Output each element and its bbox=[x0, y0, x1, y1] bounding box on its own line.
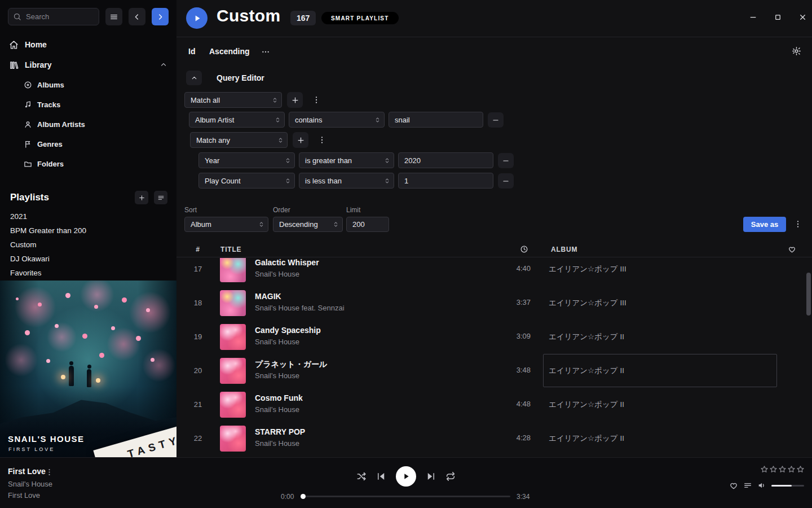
volume-slider[interactable] bbox=[771, 485, 804, 487]
transport-controls bbox=[356, 466, 456, 487]
star-icon[interactable] bbox=[787, 465, 796, 474]
track-title: Cosmo Funk bbox=[255, 393, 303, 402]
track-title: STARRY POP bbox=[255, 427, 305, 436]
sidebar-item-albums[interactable]: Albums bbox=[0, 75, 176, 95]
album-art-thumbnail bbox=[220, 392, 246, 418]
rule-field-select[interactable]: Play Count bbox=[198, 173, 295, 189]
limit-label: Limit bbox=[346, 206, 360, 214]
track-number: 20 bbox=[184, 366, 211, 375]
limit-input[interactable] bbox=[346, 217, 389, 232]
forward-button[interactable] bbox=[152, 8, 169, 25]
rule-field-select[interactable]: Year bbox=[198, 152, 295, 168]
music-note-icon bbox=[24, 100, 32, 109]
table-row[interactable]: 19 Candy Spaceship Snail's House 3:09 エイ… bbox=[176, 320, 812, 354]
heart-icon[interactable] bbox=[729, 481, 738, 490]
add-playlist-button[interactable] bbox=[135, 191, 148, 204]
progress-knob[interactable] bbox=[301, 494, 306, 499]
album-art-thumbnail bbox=[220, 290, 246, 316]
table-row[interactable]: 22 STARRY POP Snail's House 4:28 エイリアン☆ポ… bbox=[176, 422, 812, 456]
query-editor-collapse-button[interactable] bbox=[186, 71, 202, 85]
playlist-item[interactable]: 2021 bbox=[0, 209, 176, 224]
clock-icon[interactable] bbox=[520, 245, 528, 253]
chevron-up-icon bbox=[191, 75, 198, 82]
minimize-icon[interactable] bbox=[749, 13, 757, 21]
sort-direction-control[interactable]: Ascending bbox=[209, 47, 250, 56]
progress-bar[interactable] bbox=[302, 496, 510, 497]
close-icon[interactable] bbox=[798, 13, 807, 21]
previous-icon[interactable] bbox=[376, 471, 386, 481]
sidebar-item-album-artists[interactable]: Album Artists bbox=[0, 115, 176, 134]
playlist-item[interactable]: DJ Okawari bbox=[0, 252, 176, 266]
rule-operator-select[interactable]: contains bbox=[289, 112, 385, 128]
kebab-menu-icon[interactable] bbox=[312, 95, 321, 104]
order-select[interactable]: Descending bbox=[273, 217, 343, 232]
table-row[interactable]: 21 Cosmo Funk Snail's House 4:48 エイリアン☆ポ… bbox=[176, 388, 812, 422]
maximize-icon[interactable] bbox=[774, 13, 782, 21]
rule-value-input[interactable] bbox=[398, 152, 493, 168]
chevron-up-icon[interactable] bbox=[160, 61, 167, 69]
playlist-list-button[interactable] bbox=[154, 191, 167, 204]
sidebar-item-genres[interactable]: Genres bbox=[0, 134, 176, 154]
rule-field-value: Album Artist bbox=[195, 116, 234, 124]
volume-icon[interactable] bbox=[757, 481, 766, 490]
table-row[interactable]: 18 MAGIK Snail's House feat. Sennzai 3:3… bbox=[176, 286, 812, 320]
unfold-icon bbox=[274, 116, 281, 124]
remove-rule-button[interactable] bbox=[498, 153, 514, 168]
sidebar-item-tracks[interactable]: Tracks bbox=[0, 95, 176, 115]
add-rule-button[interactable] bbox=[287, 92, 303, 108]
star-icon[interactable] bbox=[760, 465, 769, 474]
play-playlist-button[interactable] bbox=[186, 7, 208, 29]
heart-icon[interactable] bbox=[788, 245, 796, 253]
unfold-icon bbox=[271, 97, 279, 104]
queue-icon[interactable] bbox=[743, 481, 752, 490]
shuffle-icon[interactable] bbox=[356, 471, 367, 481]
play-pause-button[interactable] bbox=[396, 466, 416, 487]
sidebar-item-folders[interactable]: Folders bbox=[0, 154, 176, 174]
menu-button[interactable] bbox=[105, 8, 122, 25]
folder-icon bbox=[24, 160, 32, 168]
playlist-item[interactable]: Favorites bbox=[0, 266, 176, 280]
search-input[interactable] bbox=[8, 8, 99, 25]
next-icon[interactable] bbox=[426, 471, 436, 481]
rule-operator-select[interactable]: is less than bbox=[299, 173, 394, 189]
playlist-item[interactable]: Custom bbox=[0, 238, 176, 252]
column-header-title[interactable]: TITLE bbox=[220, 246, 241, 253]
playlists-title: Playlists bbox=[10, 192, 49, 203]
playlist-item[interactable]: BPM Greater than 200 bbox=[0, 224, 176, 238]
table-row[interactable]: 20 プラネット・ガール Snail's House 3:48 エイリアン☆ポッ… bbox=[176, 354, 812, 388]
remove-rule-button[interactable] bbox=[488, 112, 504, 128]
sort-select[interactable]: Album bbox=[184, 217, 268, 232]
rule-field-select[interactable]: Album Artist bbox=[189, 112, 285, 128]
column-header-index[interactable]: # bbox=[184, 246, 211, 253]
track-duration: 3:48 bbox=[492, 366, 531, 374]
kebab-menu-icon[interactable] bbox=[793, 220, 802, 229]
gear-icon[interactable] bbox=[792, 46, 801, 56]
remove-rule-button[interactable] bbox=[498, 173, 514, 189]
table-row[interactable]: 17 Galactic Whisper Snail's House 4:40 エ… bbox=[176, 258, 812, 286]
match-any-select[interactable]: Match any bbox=[190, 132, 288, 148]
scrollbar-thumb[interactable] bbox=[806, 273, 811, 316]
rule-value-input[interactable] bbox=[398, 173, 493, 189]
star-icon[interactable] bbox=[778, 465, 787, 474]
sidebar-item-home[interactable]: Home bbox=[0, 34, 176, 55]
match-all-select[interactable]: Match all bbox=[184, 92, 282, 108]
back-button[interactable] bbox=[129, 8, 145, 25]
star-icon[interactable] bbox=[796, 465, 805, 474]
track-number: 22 bbox=[184, 434, 211, 443]
repeat-icon[interactable] bbox=[445, 471, 456, 481]
star-icon[interactable] bbox=[769, 465, 778, 474]
kebab-menu-icon[interactable] bbox=[45, 468, 54, 476]
save-as-button[interactable]: Save as bbox=[743, 217, 786, 232]
kebab-menu-icon[interactable] bbox=[317, 135, 326, 144]
ellipsis-icon[interactable] bbox=[261, 47, 270, 56]
unfold-icon bbox=[383, 177, 391, 185]
rule-field-value: Play Count bbox=[205, 177, 241, 185]
add-rule-button[interactable] bbox=[293, 132, 308, 148]
column-header-album[interactable]: ALBUM bbox=[551, 246, 577, 253]
track-number: 17 bbox=[184, 265, 211, 273]
rule-operator-select[interactable]: is greater than bbox=[299, 152, 394, 168]
track-title: Galactic Whisper bbox=[255, 258, 319, 267]
sidebar-item-library[interactable]: Library bbox=[0, 55, 176, 75]
rule-value-input[interactable] bbox=[389, 112, 483, 128]
sort-field-control[interactable]: Id bbox=[188, 47, 195, 56]
